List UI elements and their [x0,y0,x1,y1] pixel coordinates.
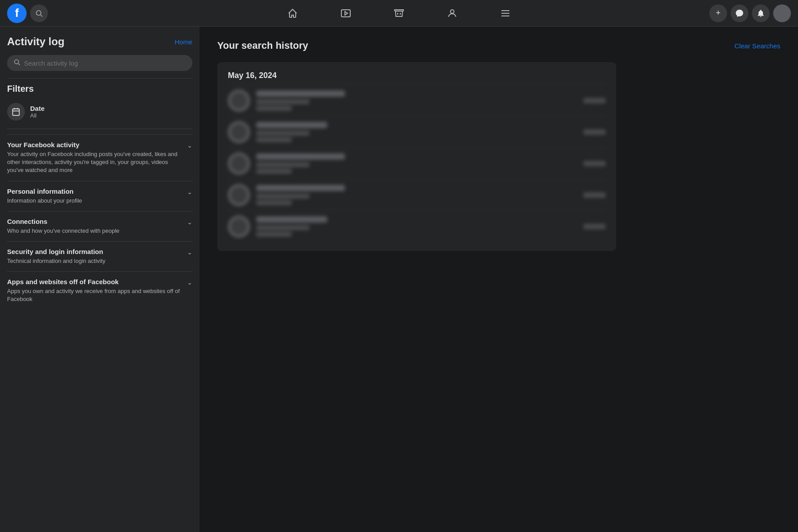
svg-rect-2 [341,10,350,17]
activity-title-1: Your Facebook activity [7,141,184,149]
main-title: Your search history [217,40,308,51]
search-item-name [256,216,327,223]
search-item-sub [256,131,309,136]
search-icon [35,9,43,17]
page-layout: Activity log Home Filters [0,27,798,532]
chevron-down-icon-1: ⌄ [187,142,192,149]
messenger-icon [735,9,744,18]
activity-title-2: Personal information [7,188,184,195]
topnav-left: f [7,4,158,23]
logo-letter: f [15,6,19,20]
svg-rect-10 [13,109,20,115]
search-item-name [256,122,327,128]
user-avatar[interactable] [773,4,791,22]
date-filter-subtitle: All [30,112,45,119]
svg-marker-3 [345,12,348,15]
search-item-info [256,216,583,237]
svg-point-8 [15,60,19,64]
search-item-time [583,224,606,229]
search-item-info [256,122,583,142]
sidebar-search-icon [13,59,20,67]
chevron-down-icon-4: ⌄ [187,249,192,256]
date-filter-title: Date [30,105,45,112]
search-item[interactable] [228,148,606,179]
main-header: Your search history Clear Searches [217,40,780,51]
search-item-info [256,153,583,174]
search-item-time [583,161,606,166]
sidebar-header: Activity log Home [7,35,192,48]
search-item[interactable] [228,179,606,211]
add-button[interactable]: + [709,4,727,22]
search-item-sub [256,162,309,167]
facebook-logo[interactable]: f [7,4,27,23]
activity-desc-2: Information about your profile [7,197,184,205]
search-item-avatar [228,215,250,238]
search-item-sub2 [256,169,292,174]
activity-sections: Your Facebook activity Your activity on … [7,134,192,310]
search-item-avatar [228,153,250,175]
svg-line-9 [18,63,20,65]
profile-nav-button[interactable] [427,3,477,24]
menu-nav-button[interactable] [481,3,530,24]
search-item-sub2 [256,137,292,142]
watch-icon [340,8,351,19]
search-item-sub [256,99,309,104]
notifications-button[interactable] [752,4,770,22]
search-item-time [583,98,606,103]
svg-point-0 [36,11,41,16]
sidebar-item-security[interactable]: Security and login information Technical… [7,241,192,271]
topnav-center [158,3,640,24]
activity-desc-3: Who and how you've connected with people [7,227,184,235]
svg-line-1 [41,15,43,16]
search-item-info [256,185,583,205]
sidebar-item-connections[interactable]: Connections Who and how you've connected… [7,211,192,241]
svg-point-4 [450,10,454,13]
topnav-right: + [640,4,791,22]
marketplace-nav-button[interactable] [374,3,424,24]
filters-label: Filters [7,84,192,94]
clear-searches-button[interactable]: Clear Searches [735,42,780,50]
date-filter-text: Date All [30,105,45,119]
search-item-sub2 [256,232,292,237]
sidebar-item-facebook-activity[interactable]: Your Facebook activity Your activity on … [7,134,192,181]
history-card: May 16, 2024 [217,62,616,251]
topnav: f [0,0,798,27]
activity-desc-5: Apps you own and activity we receive fro… [7,287,184,303]
search-item-info [256,90,583,111]
date-filter[interactable]: Date All [7,100,192,123]
messenger-button[interactable] [731,4,748,22]
chevron-down-icon-5: ⌄ [187,279,192,286]
search-activity-input[interactable] [24,59,186,67]
search-item-sub [256,225,309,230]
activity-desc-4: Technical information and login activity [7,257,184,265]
bell-icon [756,9,765,18]
activity-title-5: Apps and websites off of Facebook [7,278,184,286]
home-nav-button[interactable] [268,3,317,24]
menu-icon [500,8,511,19]
search-item-sub2 [256,106,292,111]
search-item[interactable] [228,211,606,242]
watch-nav-button[interactable] [321,3,371,24]
sidebar-home-link[interactable]: Home [175,38,192,46]
home-icon [287,8,298,19]
search-item-name [256,185,345,191]
sidebar-divider-2 [7,129,192,129]
search-item-avatar [228,121,250,143]
sidebar-item-personal-info[interactable]: Personal information Information about y… [7,181,192,211]
search-item[interactable] [228,85,606,116]
chevron-down-icon-2: ⌄ [187,188,192,196]
search-item-sub2 [256,200,292,205]
search-item-name [256,153,345,160]
marketplace-icon [394,8,404,19]
sidebar-search-box[interactable] [7,55,192,71]
sidebar-title: Activity log [7,35,64,48]
main-content: Your search history Clear Searches May 1… [200,27,798,532]
search-item[interactable] [228,116,606,148]
search-item-avatar [228,184,250,206]
sidebar-item-apps-websites[interactable]: Apps and websites off of Facebook Apps y… [7,271,192,309]
activity-title-4: Security and login information [7,248,184,255]
topnav-search-button[interactable] [30,4,48,22]
search-item-time [583,129,606,135]
search-item-sub [256,194,309,199]
activity-title-3: Connections [7,218,184,225]
